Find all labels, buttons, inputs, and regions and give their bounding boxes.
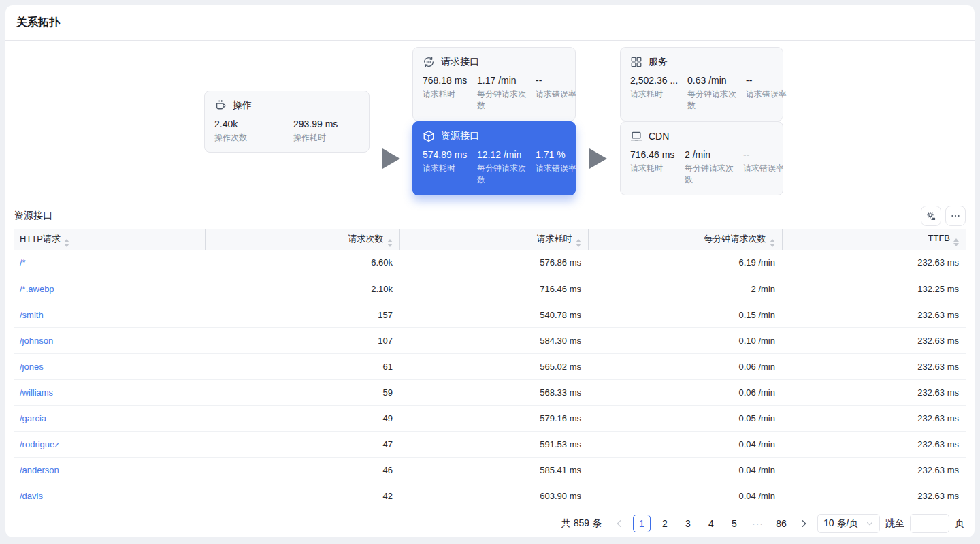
next-page-button[interactable] [796,515,812,532]
node-cdn[interactable]: CDN 716.46 ms 请求耗时 2 /min 每分钟请求次数 -- 请求错… [620,121,783,195]
node-stat: -- 请求错误率 [746,75,788,100]
sort-icon[interactable] [770,239,775,247]
pagination-page-5[interactable]: 5 [725,515,743,532]
node-stat: 0.63 /min 每分钟请求次数 [687,75,738,112]
col-header-requests-per-min[interactable]: 每分钟请求次数 [588,229,782,250]
table-row: /*.awebp2.10k716.46 ms2 /min132.25 ms [14,276,966,302]
page-jump-input[interactable] [910,514,949,533]
http-request-link[interactable]: /williams [20,387,53,398]
pagination-page-86[interactable]: 86 [772,515,790,532]
http-request-link[interactable]: /johnson [20,336,53,346]
pagination-ellipsis[interactable]: ··· [749,515,767,532]
table-cell: 0.04 /min [588,457,782,483]
node-title: 服务 [649,56,668,68]
table-cell: 565.02 ms [399,353,588,379]
topology-graph: 操作 2.40k 操作次数 293.99 ms 操作耗时 [5,41,975,202]
chevron-left-icon [615,519,624,528]
table-cell: 232.63 ms [782,353,966,379]
table-settings-button[interactable] [921,206,941,226]
http-request-link[interactable]: /garcia [20,413,46,423]
col-header-request-count[interactable]: 请求次数 [205,229,399,250]
sync-icon [423,56,435,68]
coffee-icon [214,99,227,112]
table-cell: 2 /min [588,276,782,302]
pagination: 共 859 条 12345···86 10 条/页 跳至 页 [14,509,966,538]
resource-api-table: HTTP请求 请求次数 请求耗时 每分钟请求次数 TTFB / [14,229,966,509]
http-request-link[interactable]: /* [20,257,26,268]
page-title: 关系拓扑 [16,16,60,30]
pagination-page-3[interactable]: 3 [679,515,697,532]
table-header-row: HTTP请求 请求次数 请求耗时 每分钟请求次数 TTFB [14,229,966,250]
table-row: /johnson107584.30 ms0.10 /min232.63 ms [14,327,966,353]
col-header-http-request[interactable]: HTTP请求 [14,229,205,250]
node-stat: -- 请求错误率 [743,149,785,174]
node-title: 操作 [233,99,252,112]
col-header-ttfb[interactable]: TTFB [782,229,966,250]
topology-panel: 关系拓扑 操作 2.40k 操作次数 [5,5,975,537]
table-cell: 2.10k [205,276,399,302]
node-stat: 716.46 ms 请求耗时 [630,149,676,174]
http-request-link[interactable]: /*.awebp [20,284,54,294]
node-title: CDN [649,131,669,142]
table-cell: 232.63 ms [782,379,966,405]
chevron-down-icon [866,519,874,528]
node-title: 资源接口 [441,130,479,142]
sort-icon[interactable] [953,238,959,246]
http-request-link[interactable]: /smith [20,310,44,320]
table-cell: 61 [205,353,399,379]
node-resource-api[interactable]: 资源接口 574.89 ms 请求耗时 12.12 /min 每分钟请求次数 1… [412,121,576,195]
table-cell: 0.10 /min [588,327,782,353]
http-request-link[interactable]: /anderson [20,465,59,475]
table-row: /davis42603.90 ms0.04 /min232.63 ms [14,483,966,509]
pagination-page-1[interactable]: 1 [633,515,651,532]
table-cell: 232.63 ms [782,457,966,483]
node-stat: 1.71 % 请求错误率 [536,149,578,174]
table-cell: 6.60k [205,250,399,276]
table-cell: 42 [205,483,399,509]
cube-icon [423,130,435,142]
pagination-total: 共 859 条 [561,517,602,530]
table-cell: 6.19 /min [588,250,782,276]
laptop-icon [630,130,642,142]
table-cell: 0.05 /min [588,405,782,431]
table-row: /anderson46585.41 ms0.04 /min232.63 ms [14,457,966,483]
table-cell: 591.53 ms [399,431,588,457]
http-request-link[interactable]: /jones [20,362,44,372]
table-cell: 0.04 /min [588,431,782,457]
jump-label: 跳至 [885,517,904,530]
table-cell: 232.63 ms [782,483,966,509]
node-operation[interactable]: 操作 2.40k 操作次数 293.99 ms 操作耗时 [204,91,370,153]
table-row: /*6.60k576.86 ms6.19 /min232.63 ms [14,250,966,276]
node-service[interactable]: 服务 2,502.36 ... 请求耗时 0.63 /min 每分钟请求次数 -… [620,47,783,121]
table-cell: 47 [205,431,399,457]
table-cell: 0.15 /min [588,302,782,327]
http-request-link[interactable]: /davis [20,491,43,501]
gear-icon [926,210,936,221]
col-header-request-duration[interactable]: 请求耗时 [399,229,588,250]
node-stat: 12.12 /min 每分钟请求次数 [477,149,527,187]
grid-icon [630,56,642,68]
table-cell: 585.41 ms [399,457,588,483]
table-cell: 132.25 ms [782,276,966,302]
sort-icon[interactable] [387,239,393,247]
table-cell: 0.06 /min [588,379,782,405]
sort-icon[interactable] [576,239,581,247]
http-request-link[interactable]: /rodriguez [20,439,59,449]
table-cell: 59 [205,379,399,405]
node-request-api[interactable]: 请求接口 768.18 ms 请求耗时 1.17 /min 每分钟请求次数 --… [412,47,576,121]
table-cell: 579.16 ms [399,405,588,431]
node-stat: 1.17 /min 每分钟请求次数 [477,75,527,112]
resource-api-section: 资源接口 [5,202,975,537]
chevron-right-icon [799,519,808,528]
table-cell: 716.46 ms [399,276,588,302]
table-cell: 157 [205,302,399,327]
node-title: 请求接口 [441,56,479,68]
node-stat: 2.40k 操作次数 [214,118,285,144]
panel-header: 关系拓扑 [5,5,975,41]
sort-icon[interactable] [64,239,69,247]
pagination-page-2[interactable]: 2 [656,515,674,532]
prev-page-button[interactable] [611,515,627,532]
page-size-select[interactable]: 10 条/页 [817,514,880,533]
more-button[interactable] [945,206,966,226]
pagination-page-4[interactable]: 4 [702,515,720,532]
